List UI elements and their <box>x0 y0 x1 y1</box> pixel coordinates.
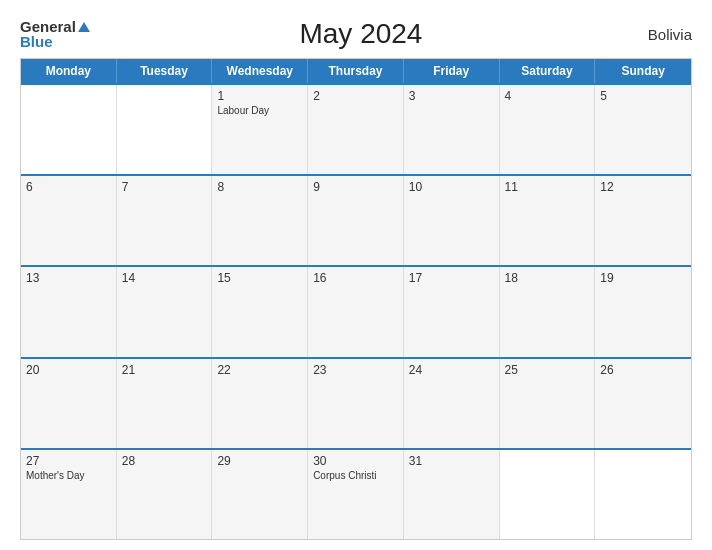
day-number: 3 <box>409 89 494 103</box>
calendar-cell: 9 <box>308 176 404 265</box>
calendar-day-header: Wednesday <box>212 59 308 83</box>
calendar-day-header: Thursday <box>308 59 404 83</box>
calendar-cell <box>21 85 117 174</box>
day-number: 16 <box>313 271 398 285</box>
calendar-event: Corpus Christi <box>313 470 398 481</box>
day-number: 6 <box>26 180 111 194</box>
day-number: 25 <box>505 363 590 377</box>
calendar-cell: 6 <box>21 176 117 265</box>
day-number: 8 <box>217 180 302 194</box>
calendar-cell: 22 <box>212 359 308 448</box>
calendar-cell: 17 <box>404 267 500 356</box>
calendar-cell <box>595 450 691 539</box>
calendar-cell: 4 <box>500 85 596 174</box>
calendar-cell: 20 <box>21 359 117 448</box>
day-number: 9 <box>313 180 398 194</box>
calendar-day-header: Saturday <box>500 59 596 83</box>
calendar-week: 6789101112 <box>21 174 691 265</box>
calendar-cell: 21 <box>117 359 213 448</box>
day-number: 21 <box>122 363 207 377</box>
logo: General Blue <box>20 19 90 49</box>
day-number: 12 <box>600 180 686 194</box>
day-number: 22 <box>217 363 302 377</box>
day-number: 2 <box>313 89 398 103</box>
page-header: General Blue May 2024 Bolivia <box>20 18 692 50</box>
page-title: May 2024 <box>90 18 632 50</box>
day-number: 10 <box>409 180 494 194</box>
calendar-day-header: Friday <box>404 59 500 83</box>
calendar-page: General Blue May 2024 Bolivia MondayTues… <box>0 0 712 550</box>
day-number: 20 <box>26 363 111 377</box>
day-number: 28 <box>122 454 207 468</box>
day-number: 13 <box>26 271 111 285</box>
calendar-cell: 13 <box>21 267 117 356</box>
calendar-cell: 1Labour Day <box>212 85 308 174</box>
calendar-cell: 10 <box>404 176 500 265</box>
calendar-cell: 23 <box>308 359 404 448</box>
calendar-cell: 2 <box>308 85 404 174</box>
day-number: 17 <box>409 271 494 285</box>
calendar-cell: 5 <box>595 85 691 174</box>
calendar-cell: 12 <box>595 176 691 265</box>
calendar-cell: 16 <box>308 267 404 356</box>
day-number: 11 <box>505 180 590 194</box>
calendar-day-header: Sunday <box>595 59 691 83</box>
day-number: 30 <box>313 454 398 468</box>
calendar-cell: 29 <box>212 450 308 539</box>
logo-triangle-icon <box>78 22 90 32</box>
calendar-week: 13141516171819 <box>21 265 691 356</box>
calendar-cell: 28 <box>117 450 213 539</box>
calendar-cell: 8 <box>212 176 308 265</box>
day-number: 29 <box>217 454 302 468</box>
day-number: 24 <box>409 363 494 377</box>
calendar-body: 1Labour Day23456789101112131415161718192… <box>21 83 691 539</box>
day-number: 26 <box>600 363 686 377</box>
calendar-day-header: Monday <box>21 59 117 83</box>
day-number: 15 <box>217 271 302 285</box>
calendar-cell <box>117 85 213 174</box>
calendar-event: Labour Day <box>217 105 302 116</box>
calendar-cell: 19 <box>595 267 691 356</box>
calendar-cell: 7 <box>117 176 213 265</box>
calendar-event: Mother's Day <box>26 470 111 481</box>
calendar-week: 1Labour Day2345 <box>21 83 691 174</box>
logo-general-text: General <box>20 19 76 34</box>
logo-blue-text: Blue <box>20 34 53 49</box>
day-number: 5 <box>600 89 686 103</box>
day-number: 18 <box>505 271 590 285</box>
calendar-cell: 18 <box>500 267 596 356</box>
calendar-cell: 24 <box>404 359 500 448</box>
calendar-cell: 31 <box>404 450 500 539</box>
calendar-cell <box>500 450 596 539</box>
calendar-header: MondayTuesdayWednesdayThursdayFridaySatu… <box>21 59 691 83</box>
day-number: 31 <box>409 454 494 468</box>
calendar-week: 20212223242526 <box>21 357 691 448</box>
day-number: 7 <box>122 180 207 194</box>
calendar-cell: 27Mother's Day <box>21 450 117 539</box>
calendar-cell: 3 <box>404 85 500 174</box>
day-number: 4 <box>505 89 590 103</box>
calendar-week: 27Mother's Day282930Corpus Christi31 <box>21 448 691 539</box>
calendar-cell: 11 <box>500 176 596 265</box>
day-number: 19 <box>600 271 686 285</box>
calendar-cell: 30Corpus Christi <box>308 450 404 539</box>
calendar: MondayTuesdayWednesdayThursdayFridaySatu… <box>20 58 692 540</box>
day-number: 27 <box>26 454 111 468</box>
country-label: Bolivia <box>632 26 692 43</box>
calendar-cell: 26 <box>595 359 691 448</box>
day-number: 23 <box>313 363 398 377</box>
day-number: 1 <box>217 89 302 103</box>
calendar-cell: 14 <box>117 267 213 356</box>
calendar-cell: 15 <box>212 267 308 356</box>
day-number: 14 <box>122 271 207 285</box>
calendar-cell: 25 <box>500 359 596 448</box>
calendar-day-header: Tuesday <box>117 59 213 83</box>
